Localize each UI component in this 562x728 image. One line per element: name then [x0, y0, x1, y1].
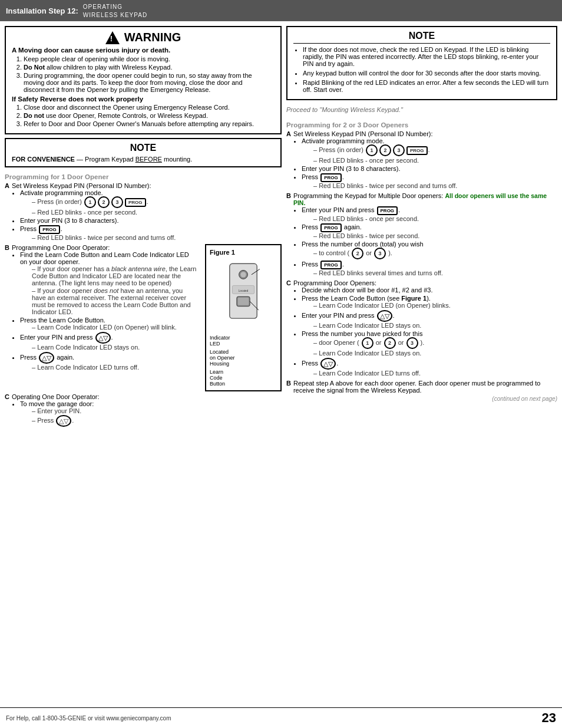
arrow-button-1: △▽ [95, 332, 111, 344]
figure-1-diagram: Located IndicatorLED Locatedon OpenerH [210, 258, 277, 387]
prog-2door-b-red-several: Red LED blinks several times and turns o… [313, 269, 557, 276]
red-led-once-item: Red LED blinks - once per second. [32, 209, 282, 216]
door-key-3: 3 [406, 337, 418, 349]
prog-2door-red-led-once: Red LED blinks - once per second. [313, 157, 557, 164]
prog-2door-b-red-twice: Red LED blinks - twice per second. [313, 232, 557, 239]
prog-2door-red-led-twice: Red LED blinks - twice per second and tu… [313, 182, 557, 189]
prog-2door-c-learn-stays-2: Learn Code Indicator LED stays on. [313, 350, 557, 357]
prog-2door-step-a: A Set Wireless Keypad PIN (Personal ID N… [286, 130, 557, 190]
proceed-text: Proceed to "Mounting Wireless Keypad." [286, 106, 557, 113]
left-column: WARNING A Moving door can cause serious … [5, 26, 282, 703]
safety-item-2: Do not use door Opener, Remote Controls,… [24, 112, 275, 119]
key-3-button: 3 [111, 196, 123, 208]
step-b-body: Programming One Door Operator: Find the … [12, 244, 282, 391]
right-note-item-3: Rapid Blinking of the red LED indicates … [303, 79, 550, 93]
figure-labels: IndicatorLED Locatedon OpenerHousing Lea… [210, 335, 277, 387]
enter-pin-c-item: Enter your PIN. [32, 407, 282, 414]
subtitle-line2: Wireless Keypad [83, 12, 147, 18]
press-learn-dash: Learn Code Indicator LED (on Opener) wil… [32, 324, 198, 331]
main-content: WARNING A Moving door can cause serious … [0, 21, 562, 707]
located-label: Locatedon OpenerHousing [210, 349, 277, 367]
press-order-item: Press (in order) 1 2 3 PROG . [32, 196, 282, 208]
right-column: NOTE If the door does not move, check th… [286, 26, 557, 703]
prog-2door-c-learn-dash: Learn Code Indicator LED (on Opener) bli… [313, 302, 557, 309]
page: Installation Step 12: Operating Wireless… [0, 0, 562, 728]
step-c-sublist: To move the garage door: Enter your PIN.… [20, 400, 282, 427]
prog-2door-b-red-once: Red LED blinks - once per second. [313, 215, 557, 222]
key-buttons-1: 1 2 3 PROG [84, 196, 147, 208]
step-b-label: B [5, 244, 9, 391]
svg-text:Located: Located [239, 289, 249, 292]
learn-code-off-item: Learn Code Indicator LED turns off. [32, 364, 198, 371]
prog-2door-press-prog-item: Press PROG. Red LED blinks - twice per s… [302, 173, 557, 189]
prog-2door-c-press-final: Press △▽. Learn Code Indicator LED turns… [302, 358, 557, 377]
prog-2door-activate-item: Activate programming mode. Press (in ord… [302, 137, 557, 164]
prog-2door-c-enter-dash: Learn Code Indicator LED stays on. [313, 322, 557, 329]
prog-2door-step-c-label: C [286, 279, 291, 378]
prog-1door-section: Programming for 1 Door Opener A Set Wire… [5, 171, 282, 430]
enter-pin-item: Enter your PIN (3 to 8 characters). [20, 217, 282, 224]
footer-page-number: 23 [542, 710, 556, 726]
prog-2door-key-1: 1 [366, 144, 378, 156]
prog-1door-step-c: C Operating One Door Operator: To move t… [5, 393, 282, 428]
figure-1-title: Figure 1 [210, 249, 277, 256]
subtitle: Operating Wireless Keypad [83, 2, 147, 19]
ctrl-key-3: 3 [374, 248, 386, 259]
warning-list: Keep people clear of opening while door … [24, 55, 275, 93]
prog-2door-step-c-body: Programming Door Openers: Decide which d… [293, 279, 557, 378]
black-antenna-item: If your door opener has a black antenna … [32, 265, 198, 286]
indicator-led-label: IndicatorLED [210, 335, 277, 347]
footer: For Help, call 1-800-35-GENIE or visit w… [0, 707, 562, 728]
prog-2door-b-number-doors: Press the number of doors (total) you wi… [302, 241, 557, 259]
footer-help: For Help, call 1-800-35-GENIE or visit w… [6, 715, 171, 722]
no-antenna-item: If your door opener does not have an ant… [32, 287, 198, 315]
svg-point-2 [240, 272, 246, 277]
activate-dash-list: Press (in order) 1 2 3 PROG . Red [32, 196, 282, 216]
warning-triangle-icon [105, 31, 120, 44]
prog-2door-c-arrow: △▽ [377, 310, 392, 322]
step-a-body: Set Wireless Keypad PIN (Personal ID Num… [12, 182, 282, 242]
prog-2door-press-prog-dash: Red LED blinks - twice per second and tu… [313, 182, 557, 189]
safety-list: Close door and disconnect the Opener usi… [24, 104, 275, 127]
prog-2door-step-b-body: Programming the Keypad for Multiple Door… [293, 192, 557, 278]
right-note-box: NOTE If the door does not move, check th… [286, 26, 557, 100]
press-prog-item: Press PROG. Red LED blinks - twice per s… [20, 225, 282, 241]
prog-2door-b-prog-again: PROG [320, 223, 342, 232]
prog-2door-c-press-number: Press the number you have picked for thi… [302, 330, 557, 357]
key-1-button: 1 [84, 196, 96, 208]
prog-2door-step-c-sublist: Decide which door will be door #1, #2 an… [302, 286, 557, 377]
prog-2door-b-press-dash: Red LED blinks - twice per second. [313, 232, 557, 239]
press-learn-code-item: Press the Learn Code Button. Learn Code … [20, 317, 198, 331]
figure-1-svg: Located [214, 258, 273, 335]
prog-2door-b-enter-dash: Red LED blinks - once per second. [313, 215, 557, 222]
press-again-item: Press △▽ again. Learn Code Indicator LED… [20, 352, 198, 371]
figure-1-box: Figure 1 [205, 244, 282, 391]
prog-2door-c-final-dash: Learn Code Indicator LED turns off. [313, 370, 557, 377]
warning-title: WARNING [12, 31, 275, 44]
step-b-sublist: Find the Learn Code Button and Learn Cod… [20, 251, 198, 371]
prog-2door-press-order-item: Press (in order) 1 2 3 PROG . [313, 144, 557, 156]
press-prog-dash: Red LED blinks - twice per second and tu… [32, 234, 282, 241]
prog-2door-activate-dash: Press (in order) 1 2 3 PROG . Red [313, 144, 557, 164]
prog-2door-b-prog-btn: PROG [377, 206, 398, 215]
right-note-title: NOTE [293, 31, 550, 44]
step-label: Installation Step 12: [6, 6, 78, 15]
prog-2door-c-enter-pin: Enter your PIN and press △▽. Learn Code … [302, 310, 557, 329]
prog-2door-c-decide: Decide which door will be door #1, #2 an… [302, 286, 557, 294]
prog-2door-key-buttons: 1 2 3 PROG [365, 144, 428, 156]
prog-2door-step-b-sublist: Enter your PIN and press PROG. Red LED b… [302, 206, 557, 276]
find-learn-dash: If your door opener has a black antenna … [32, 265, 198, 315]
continued-text: (continued on next page) [286, 396, 557, 402]
prog-2door-step-b: B Programming the Keypad for Multiple Do… [286, 192, 557, 278]
move-garage-item: To move the garage door: Enter your PIN.… [20, 400, 282, 427]
prog-2door-key-3: 3 [393, 144, 405, 156]
door-key-1: 1 [362, 337, 373, 349]
arrow-button-c: △▽ [56, 415, 71, 427]
prog-2door-step-b2-label: B [286, 380, 291, 394]
learn-code-blink-item: Learn Code Indicator LED (on Opener) wil… [32, 324, 198, 331]
prog-2door-b-press-prog-final: Press PROG. Red LED blinks several times… [302, 261, 557, 276]
prog-1door-heading: Programming for 1 Door Opener [5, 173, 282, 180]
warning-item-1: Keep people clear of opening while door … [24, 55, 275, 62]
prog-button-2: PROG [39, 225, 60, 234]
prog-1door-step-b: B Programming One Door Operator: Find th… [5, 244, 282, 391]
